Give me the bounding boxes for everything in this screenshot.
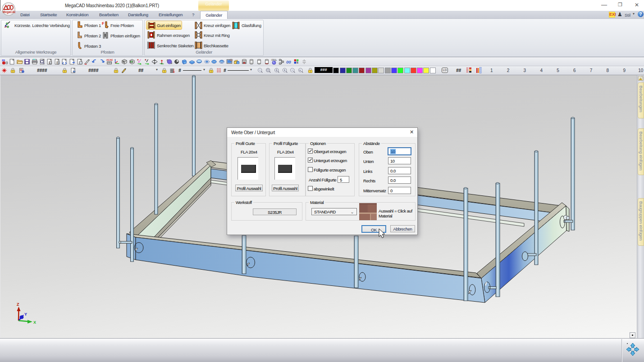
- svg-text:MegaCAD: MegaCAD: [3, 10, 15, 14]
